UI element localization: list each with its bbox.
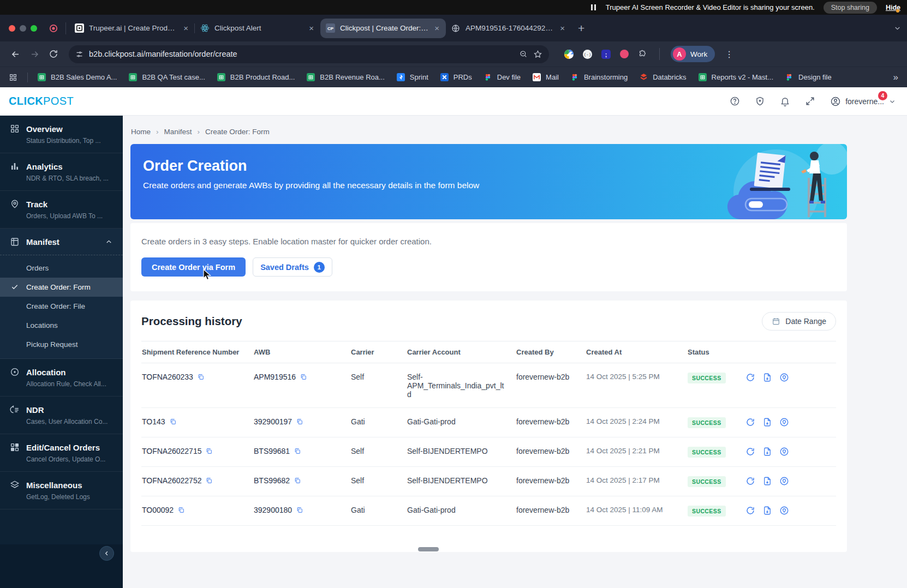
help-icon[interactable] xyxy=(730,96,740,106)
sidebar-subitem-create-order-file[interactable]: Create Order: File xyxy=(0,297,123,316)
bookmark[interactable]: B2B Product Road... xyxy=(217,73,295,81)
back-button[interactable] xyxy=(8,46,23,62)
bell-icon[interactable] xyxy=(780,96,790,106)
browser-menu-button[interactable]: ⋮ xyxy=(725,49,733,59)
sidebar-collapse-button[interactable] xyxy=(99,546,114,561)
expand-icon[interactable] xyxy=(805,96,815,106)
bookmark[interactable]: B2B Sales Demo A... xyxy=(38,73,117,81)
sidebar-item-edit-cancel-orders[interactable]: Edit/Cancel Orders Cancel Orders, Update… xyxy=(0,434,123,472)
saved-drafts-button[interactable]: Saved Drafts 1 xyxy=(253,257,332,277)
download-label-icon[interactable] xyxy=(762,506,772,515)
minimize-window-button[interactable] xyxy=(20,25,26,32)
google-pen-extension-icon[interactable] xyxy=(564,50,574,59)
download-label-icon[interactable] xyxy=(762,447,772,457)
zoom-out-icon[interactable] xyxy=(519,50,528,58)
reprocess-icon[interactable] xyxy=(745,476,755,486)
track-location-icon[interactable] xyxy=(779,476,789,486)
sidebar-item-analytics[interactable]: Analytics NDR & RTO, SLA breach, ... xyxy=(0,153,123,191)
reprocess-icon[interactable] xyxy=(745,417,755,427)
breadcrumb-item[interactable]: Home xyxy=(131,128,151,136)
bookmark[interactable]: Reports v2 - Mast... xyxy=(699,73,773,81)
copy-icon[interactable] xyxy=(296,506,303,514)
bookmark[interactable]: Sprint xyxy=(397,73,428,81)
reload-button[interactable] xyxy=(46,46,61,62)
breadcrumb-item[interactable]: Manifest xyxy=(164,128,192,136)
copy-icon[interactable] xyxy=(296,418,303,425)
copy-icon[interactable] xyxy=(169,418,177,425)
bookmarks-overflow-chevron-icon[interactable]: » xyxy=(893,72,898,83)
zoom-window-button[interactable] xyxy=(31,25,37,32)
tab-close-icon[interactable]: × xyxy=(182,23,189,33)
download-label-icon[interactable] xyxy=(762,476,772,486)
shield-plus-icon[interactable] xyxy=(755,96,765,106)
sidebar-subitem-locations[interactable]: Locations xyxy=(0,316,123,335)
track-location-icon[interactable] xyxy=(779,506,789,515)
close-window-button[interactable] xyxy=(9,25,15,32)
copy-icon[interactable] xyxy=(177,506,185,514)
track-location-icon[interactable] xyxy=(779,373,789,382)
bookmark-star-icon[interactable] xyxy=(533,50,542,59)
copy-icon[interactable] xyxy=(294,447,301,455)
sidebar-subitem-pickup-request[interactable]: Pickup Request xyxy=(0,335,123,354)
bookmark[interactable]: Dev file xyxy=(484,73,521,81)
reprocess-icon[interactable] xyxy=(745,506,755,515)
sidebar-item-miscellaneous[interactable]: Miscellaneous GetLog, Deleted Logs xyxy=(0,472,123,509)
create-order-via-form-button[interactable]: Create Order via Form xyxy=(141,257,246,277)
track-location-icon[interactable] xyxy=(779,417,789,427)
browser-tab[interactable]: CP Clickpost | Create Order: Form × xyxy=(320,19,446,38)
semicolon-extension-icon[interactable]: ; xyxy=(601,50,611,59)
address-bar[interactable]: b2b.clickpost.ai/manifestation/order/cre… xyxy=(69,45,549,63)
tab-close-icon[interactable]: × xyxy=(433,23,440,33)
bookmark[interactable]: B2B Revenue Roa... xyxy=(307,73,385,81)
sidebar-subitem-orders[interactable]: Orders xyxy=(0,259,123,278)
new-tab-button[interactable]: + xyxy=(578,22,584,34)
date-range-button[interactable]: Date Range xyxy=(762,312,836,331)
reprocess-icon[interactable] xyxy=(745,447,755,457)
tab-search-chevron-icon[interactable] xyxy=(893,24,902,32)
user-menu[interactable]: foreverne... 4 xyxy=(830,96,896,107)
track-location-icon[interactable] xyxy=(779,447,789,457)
bookmark[interactable]: Design file xyxy=(785,73,832,81)
copy-icon[interactable] xyxy=(205,447,213,455)
window-controls[interactable] xyxy=(9,25,37,32)
parentheses-extension-icon[interactable]: (-) xyxy=(583,50,592,59)
browser-tab[interactable]: APM919516-1760442926.pdf × xyxy=(446,19,571,38)
sidebar-item-overview[interactable]: Overview Status Distribution, Top ... xyxy=(0,116,123,153)
browser-tab[interactable]: Clickpost Alert × xyxy=(195,19,320,38)
bookmark[interactable]: B2B QA Test case... xyxy=(129,73,205,81)
sidebar-item-manifest[interactable]: Manifest Orders Create Order: Form Creat… xyxy=(0,229,123,359)
copy-icon[interactable] xyxy=(300,373,307,381)
clickpost-logo[interactable]: CLICKPOST xyxy=(9,95,74,107)
reprocess-icon[interactable] xyxy=(745,373,755,382)
sidebar-item-ndr[interactable]: NDR Cases, User Allocation Co... xyxy=(0,397,123,434)
copy-icon[interactable] xyxy=(294,477,301,484)
stop-sharing-button[interactable]: Stop sharing xyxy=(824,2,877,14)
sidebar-item-allocation[interactable]: Allocation Allocation Rule, Check All... xyxy=(0,359,123,397)
hide-link[interactable]: Hide xyxy=(886,4,900,11)
extensions-puzzle-icon[interactable] xyxy=(638,50,647,59)
tab-close-icon[interactable]: × xyxy=(559,23,566,33)
apps-grid-icon[interactable] xyxy=(9,73,17,82)
sidebar-item-track[interactable]: Track Orders, Upload AWB To ... xyxy=(0,191,123,229)
forward-button[interactable] xyxy=(27,46,43,62)
copy-icon[interactable] xyxy=(197,373,205,381)
sidebar: Overview Status Distribution, Top ... An… xyxy=(0,116,123,588)
site-settings-icon[interactable] xyxy=(75,50,83,58)
pink-dot-extension-icon[interactable] xyxy=(620,50,629,58)
bookmark[interactable]: Databricks xyxy=(640,73,686,81)
breadcrumb-item[interactable]: Create Order: Form xyxy=(205,128,270,136)
url-text[interactable]: b2b.clickpost.ai/manifestation/order/cre… xyxy=(89,50,514,58)
drag-handle[interactable] xyxy=(418,547,439,551)
sidebar-section-label: Overview xyxy=(26,124,63,134)
copy-icon[interactable] xyxy=(205,477,213,484)
sidebar-subitem-create-order-form[interactable]: Create Order: Form xyxy=(0,278,123,297)
download-label-icon[interactable] xyxy=(762,373,772,382)
bookmark[interactable]: PRDs xyxy=(440,73,472,81)
download-label-icon[interactable] xyxy=(762,417,772,427)
browser-profile[interactable]: A Work xyxy=(671,46,715,62)
browser-tab[interactable]: Trupeer.ai | Create Product Vi × xyxy=(69,19,195,38)
bookmark[interactable]: Brainstorming xyxy=(571,73,628,81)
record-icon[interactable] xyxy=(49,24,58,33)
bookmark[interactable]: Mail xyxy=(533,73,559,81)
tab-close-icon[interactable]: × xyxy=(308,23,315,33)
